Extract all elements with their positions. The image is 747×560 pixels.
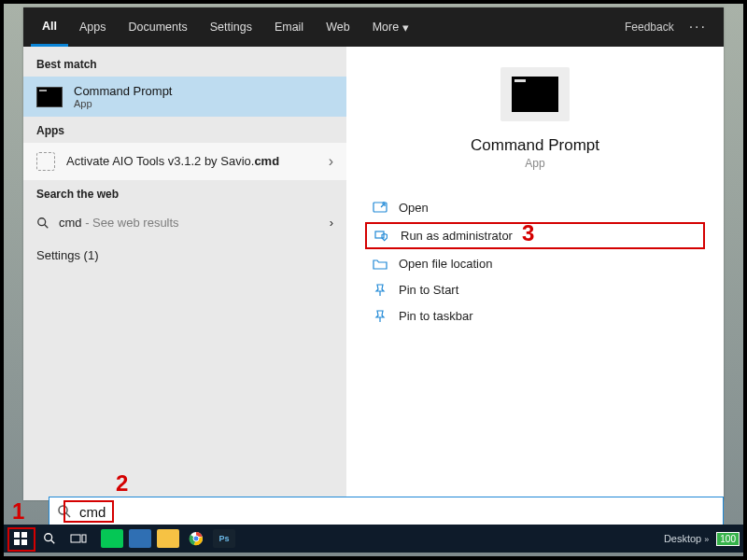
tab-web[interactable]: Web (315, 7, 360, 47)
search-icon (36, 217, 49, 230)
search-input[interactable] (79, 504, 715, 520)
battery-indicator[interactable]: 100 (716, 532, 740, 546)
tab-apps[interactable]: Apps (68, 7, 118, 47)
best-match-subtitle: App (74, 98, 172, 109)
best-match-title: Command Prompt (74, 84, 172, 98)
preview-title: Command Prompt (471, 136, 599, 155)
tab-documents[interactable]: Documents (117, 7, 198, 47)
chevron-down-icon: ▾ (402, 21, 409, 35)
action-open[interactable]: Open (365, 196, 705, 219)
svg-rect-9 (14, 539, 20, 545)
tab-email[interactable]: Email (263, 7, 315, 47)
svg-point-5 (59, 506, 67, 514)
svg-line-3 (381, 203, 385, 207)
command-prompt-icon (36, 87, 63, 107)
annotation-number-1: 1 (12, 500, 24, 523)
search-filter-tabs: All Apps Documents Settings Email Web Mo… (23, 7, 724, 47)
show-desktop-toolbar[interactable]: Desktop » (664, 533, 709, 544)
best-match-result[interactable]: Command Prompt App (23, 77, 346, 117)
svg-line-12 (51, 540, 55, 544)
search-icon (57, 504, 72, 519)
apps-result-item[interactable]: Activate AIO Tools v3.1.2 by Savio.cmd › (23, 143, 346, 180)
taskbar-app-word[interactable] (129, 529, 151, 548)
folder-icon (373, 258, 388, 271)
svg-point-0 (38, 217, 46, 225)
taskbar-app-chrome[interactable] (185, 529, 207, 548)
svg-point-17 (193, 536, 199, 541)
svg-rect-10 (21, 539, 27, 545)
pin-icon (373, 284, 388, 297)
result-preview-pane: Command Prompt App Open Run as administr… (346, 47, 724, 500)
web-result-item[interactable]: cmd - See web results › (23, 206, 346, 239)
apps-heading: Apps (23, 117, 346, 143)
script-file-icon (36, 152, 55, 171)
chevron-right-icon: › (329, 153, 333, 170)
taskbar-app-explorer[interactable] (157, 529, 179, 548)
results-left-pane: Best match Command Prompt App Apps Activ… (23, 47, 346, 500)
taskbar-app-line[interactable] (101, 529, 123, 548)
best-match-heading: Best match (23, 50, 346, 77)
settings-result-item[interactable]: Settings (1) (23, 239, 346, 272)
web-result-suffix: - See web results (82, 216, 179, 230)
command-prompt-icon (512, 77, 558, 112)
svg-point-11 (45, 534, 52, 541)
apps-result-label: Activate AIO Tools v3.1.2 by Savio.cmd (66, 154, 317, 169)
tab-settings[interactable]: Settings (199, 7, 263, 47)
action-pin-to-start[interactable]: Pin to Start (365, 278, 705, 301)
chevron-right-icon: › (330, 216, 333, 230)
taskbar-app-photoshop[interactable]: Ps (213, 529, 235, 548)
pin-icon (373, 310, 388, 323)
task-view-icon (70, 532, 87, 545)
desktop-background: All Apps Documents Settings Email Web Mo… (4, 4, 743, 556)
start-button[interactable] (7, 528, 34, 549)
task-view-button[interactable] (65, 528, 92, 549)
more-options-icon[interactable]: ··· (689, 19, 707, 35)
start-search-panel: All Apps Documents Settings Email Web Mo… (23, 7, 724, 500)
search-bar[interactable] (49, 497, 724, 526)
svg-line-6 (66, 513, 70, 517)
taskbar-search-button[interactable] (36, 528, 63, 549)
search-icon (43, 532, 56, 545)
svg-rect-14 (82, 535, 86, 542)
feedback-link[interactable]: Feedback (625, 21, 674, 34)
preview-icon-tile (500, 67, 570, 121)
admin-shield-icon (374, 230, 389, 243)
windows-logo-icon (13, 531, 28, 546)
svg-rect-13 (71, 535, 80, 542)
search-web-heading: Search the web (23, 180, 346, 206)
open-icon (373, 202, 388, 215)
action-pin-to-taskbar[interactable]: Pin to taskbar (365, 304, 705, 328)
action-open-file-location[interactable]: Open file location (365, 252, 705, 275)
preview-actions: Open Run as administrator Open file loca… (365, 196, 705, 328)
preview-subtitle: App (525, 157, 544, 170)
action-run-as-administrator[interactable]: Run as administrator (365, 222, 705, 249)
tab-more[interactable]: More▾ (361, 7, 420, 47)
taskbar: Ps Desktop » 100 (4, 525, 743, 553)
svg-rect-7 (14, 532, 20, 538)
svg-rect-8 (21, 532, 27, 538)
web-result-term: cmd (59, 216, 82, 230)
tab-all[interactable]: All (31, 7, 68, 47)
svg-line-1 (45, 224, 49, 228)
chrome-icon (189, 531, 204, 546)
